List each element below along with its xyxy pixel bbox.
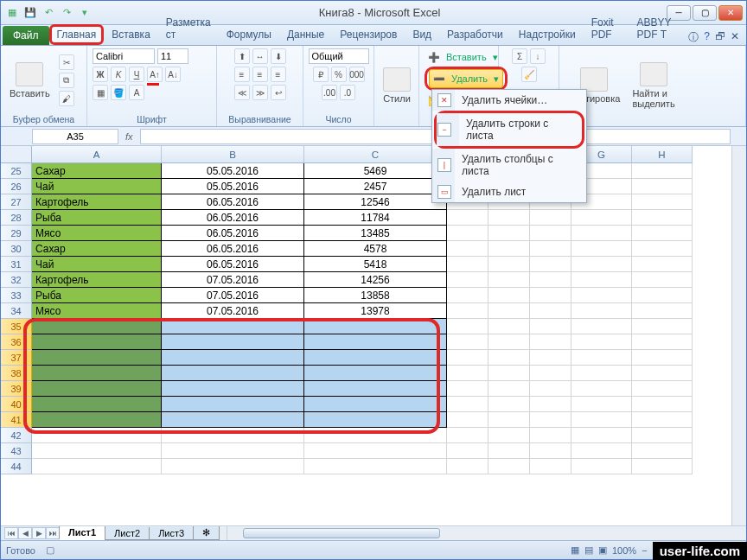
fill-color-icon[interactable]: 🪣	[111, 85, 126, 100]
cell[interactable]	[32, 381, 162, 397]
cell[interactable]: 2457	[304, 179, 447, 194]
row-header-32[interactable]: 32	[1, 272, 32, 288]
cell[interactable]	[530, 397, 571, 412]
cell[interactable]	[447, 443, 488, 459]
cell[interactable]: Сахар	[32, 241, 162, 257]
shrink-font-icon[interactable]: A↓	[165, 67, 181, 82]
cell[interactable]	[162, 397, 304, 412]
col-header-B[interactable]: B	[162, 146, 304, 163]
cell[interactable]	[632, 226, 693, 241]
decrease-indent-icon[interactable]: ≪	[234, 85, 250, 100]
tab-developer[interactable]: Разработчи	[439, 24, 511, 45]
cell[interactable]	[632, 194, 693, 210]
cell[interactable]: 5469	[304, 163, 447, 179]
align-center-icon[interactable]: ≡	[252, 67, 268, 82]
cell[interactable]	[162, 381, 304, 397]
col-header-C[interactable]: C	[304, 146, 447, 163]
cell[interactable]	[632, 303, 693, 319]
cell[interactable]	[447, 366, 488, 381]
redo-icon[interactable]: ↷	[59, 5, 74, 21]
cell[interactable]	[162, 366, 304, 381]
sheet-nav-first[interactable]: ⏮	[4, 527, 18, 539]
cell[interactable]	[488, 241, 530, 257]
cell[interactable]	[32, 397, 162, 412]
tab-abbyy[interactable]: ABBYY PDF T	[629, 12, 689, 45]
cell[interactable]	[162, 428, 304, 443]
cell[interactable]: Сахар	[32, 163, 162, 179]
cell[interactable]	[304, 412, 447, 428]
cell[interactable]	[530, 226, 571, 241]
cell[interactable]	[447, 257, 488, 272]
minimize-ribbon-icon[interactable]: ⓘ	[688, 30, 699, 45]
cell[interactable]: 14256	[304, 272, 447, 288]
row-header-33[interactable]: 33	[1, 288, 32, 303]
cell[interactable]	[530, 334, 571, 350]
cell[interactable]	[304, 428, 447, 443]
cell[interactable]	[571, 397, 632, 412]
cell[interactable]	[488, 459, 530, 474]
cell[interactable]	[447, 319, 488, 334]
cell[interactable]: 06.05.2016	[162, 210, 304, 226]
cell[interactable]: 13858	[304, 288, 447, 303]
cell[interactable]	[447, 350, 488, 366]
cell[interactable]	[32, 319, 162, 334]
cell[interactable]	[571, 210, 632, 226]
tab-view[interactable]: Вид	[405, 24, 439, 45]
bold-icon[interactable]: Ж	[93, 67, 108, 82]
save-icon[interactable]: 💾	[22, 5, 38, 21]
cell[interactable]	[571, 428, 632, 443]
help-icon[interactable]: ?	[704, 30, 710, 45]
cell[interactable]	[32, 412, 162, 428]
cell[interactable]	[447, 210, 488, 226]
row-header-25[interactable]: 25	[1, 163, 32, 179]
cell[interactable]	[488, 350, 530, 366]
cell[interactable]	[488, 210, 530, 226]
cell[interactable]: 11784	[304, 210, 447, 226]
increase-decimal-icon[interactable]: .00	[322, 85, 337, 100]
tab-home[interactable]: Главная	[49, 24, 105, 45]
maximize-button[interactable]: ▢	[693, 5, 717, 21]
cell[interactable]	[530, 459, 571, 474]
cell[interactable]	[571, 272, 632, 288]
align-right-icon[interactable]: ≡	[271, 67, 286, 82]
cell[interactable]	[304, 319, 447, 334]
cell[interactable]: Чай	[32, 179, 162, 194]
delete-cols-item[interactable]: |Удалить столбцы с листа	[432, 149, 586, 181]
cell[interactable]	[488, 412, 530, 428]
number-format[interactable]	[309, 48, 369, 64]
cell[interactable]	[447, 428, 488, 443]
increase-indent-icon[interactable]: ≫	[252, 85, 268, 100]
cell[interactable]	[632, 366, 693, 381]
qat-more-icon[interactable]: ▾	[77, 5, 93, 21]
cell[interactable]	[304, 443, 447, 459]
cell[interactable]: 05.05.2016	[162, 163, 304, 179]
cell[interactable]: Картофель	[32, 272, 162, 288]
cell[interactable]	[488, 443, 530, 459]
cell[interactable]	[530, 257, 571, 272]
cell[interactable]: 07.05.2016	[162, 303, 304, 319]
cell[interactable]: Рыба	[32, 210, 162, 226]
zoom-out-icon[interactable]: −	[642, 545, 647, 556]
format-painter-icon[interactable]: 🖌	[59, 91, 74, 106]
cell[interactable]	[571, 381, 632, 397]
row-header-35[interactable]: 35	[1, 319, 32, 334]
cell[interactable]	[530, 350, 571, 366]
cell[interactable]	[530, 381, 571, 397]
cell[interactable]	[632, 459, 693, 474]
sheet-nav-prev[interactable]: ◀	[18, 527, 32, 539]
row-header-37[interactable]: 37	[1, 350, 32, 366]
align-left-icon[interactable]: ≡	[234, 67, 250, 82]
cell[interactable]	[488, 381, 530, 397]
align-bottom-icon[interactable]: ⬇	[271, 48, 286, 64]
row-header-29[interactable]: 29	[1, 226, 32, 241]
row-header-40[interactable]: 40	[1, 397, 32, 412]
cell[interactable]	[162, 350, 304, 366]
borders-icon[interactable]: ▦	[93, 85, 108, 100]
cell[interactable]	[447, 412, 488, 428]
cell[interactable]: Мясо	[32, 226, 162, 241]
cell[interactable]	[32, 459, 162, 474]
row-header-26[interactable]: 26	[1, 179, 32, 194]
cell[interactable]: 12546	[304, 194, 447, 210]
cell[interactable]	[488, 428, 530, 443]
cell[interactable]	[632, 288, 693, 303]
